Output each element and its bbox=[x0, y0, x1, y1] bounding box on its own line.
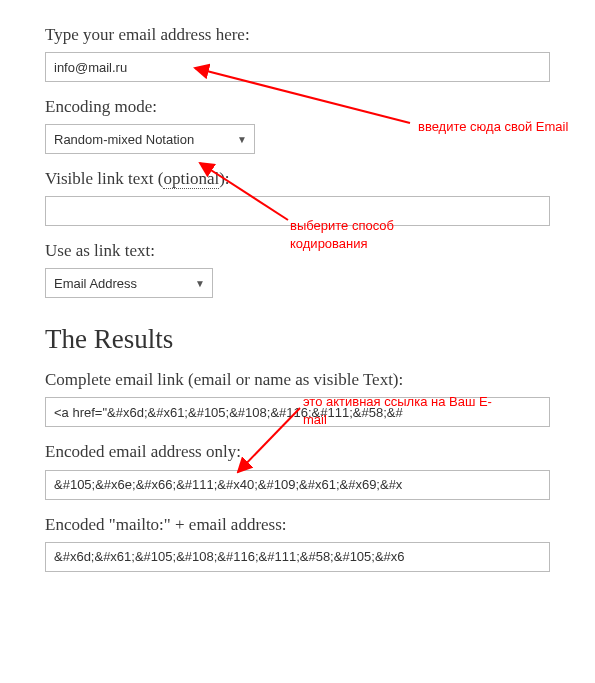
encoding-select-wrap[interactable]: Random-mixed Notation ▼ bbox=[45, 124, 255, 154]
linktext-label: Use as link text: bbox=[45, 240, 550, 262]
encoded-mailto-output[interactable] bbox=[45, 542, 550, 572]
linktext-select-wrap[interactable]: Email Address ▼ bbox=[45, 268, 213, 298]
email-label: Type your email address here: bbox=[45, 24, 550, 46]
visible-text-label-prefix: Visible link text ( bbox=[45, 169, 163, 188]
encoding-select[interactable]: Random-mixed Notation bbox=[45, 124, 255, 154]
encoded-email-label: Encoded email address only: bbox=[45, 441, 550, 463]
encoded-mailto-label: Encoded "mailto:" + email address: bbox=[45, 514, 550, 536]
complete-link-output[interactable] bbox=[45, 397, 550, 427]
complete-link-label: Complete email link (email or name as vi… bbox=[45, 369, 550, 391]
encoded-email-output[interactable] bbox=[45, 470, 550, 500]
optional-hint: optional bbox=[163, 169, 219, 189]
visible-text-input[interactable] bbox=[45, 196, 550, 226]
results-heading: The Results bbox=[45, 324, 550, 355]
encoding-label: Encoding mode: bbox=[45, 96, 550, 118]
visible-text-label-suffix: ): bbox=[219, 169, 229, 188]
visible-text-label: Visible link text (optional): bbox=[45, 168, 550, 190]
linktext-select[interactable]: Email Address bbox=[45, 268, 213, 298]
email-input[interactable] bbox=[45, 52, 550, 82]
